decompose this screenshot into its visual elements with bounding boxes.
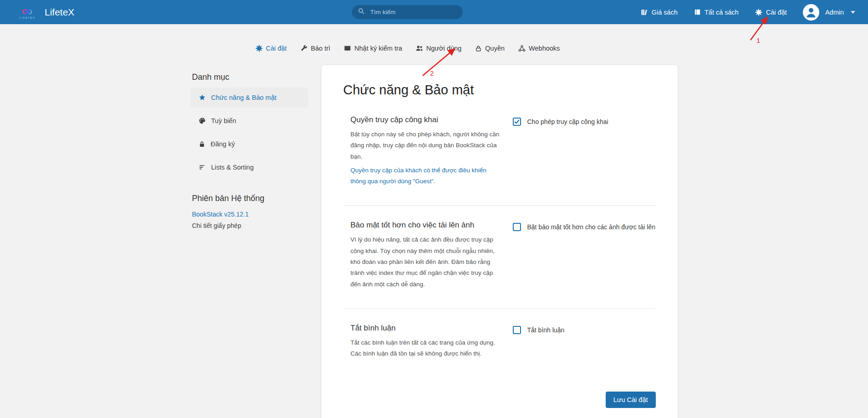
settings-section: Bảo mật tốt hơn cho việc tải lên ảnhVì l…: [343, 206, 656, 308]
system-version-heading: Phiên bản Hệ thống: [192, 194, 308, 203]
page: ∞ LIFETEX LifeteX Giá sáchTất cả sáchCài…: [0, 0, 868, 418]
tab-label: Bảo trì: [311, 44, 331, 52]
sidebar-item-features-security[interactable]: Chức năng & Bảo mật: [191, 88, 308, 108]
page-title: Chức năng & Bảo mật: [343, 83, 656, 98]
settings-section: Quyền truy cập công khaiBật tùy chọn này…: [343, 100, 656, 206]
app-logo[interactable]: ∞ LIFETEX: [17, 5, 37, 19]
search-icon: [358, 8, 365, 16]
sidebar-item-registration[interactable]: Đăng ký: [191, 134, 308, 154]
checkbox-label: Bật bảo mật tốt hơn cho các ảnh được tải…: [527, 223, 655, 231]
gear-icon: [255, 45, 263, 52]
tab-maintenance[interactable]: Bảo trì: [301, 44, 331, 52]
sidebar-item-label: Tuỳ biến: [211, 117, 236, 125]
content-area: Danh mục Chức năng & Bảo mậtTuỳ biếnĐăng…: [191, 65, 678, 418]
section-text: Bảo mật tốt hơn cho việc tải lên ảnhVì l…: [351, 221, 501, 289]
section-description: Tắt các bình luận trên tất cả các trang …: [351, 337, 501, 360]
settings-sidebar: Danh mục Chức năng & Bảo mậtTuỳ biếnĐăng…: [191, 65, 308, 229]
section-description: Bật tùy chọn này sẽ cho phép khách, ngườ…: [351, 129, 501, 162]
logo-area[interactable]: ∞ LIFETEX LifeteX: [17, 0, 74, 24]
nav-item-label: Tất cả sách: [705, 9, 739, 16]
sidebar-heading: Danh mục: [192, 72, 308, 82]
nav-item-label: Cài đặt: [766, 9, 787, 16]
tab-settings[interactable]: Cài đặt: [255, 44, 287, 52]
tab-label: Quyền: [485, 44, 505, 52]
webhook-icon: [518, 45, 526, 52]
users-icon: [416, 45, 423, 52]
tab-label: Người dùng: [426, 44, 461, 52]
user-name: Admin: [825, 9, 844, 16]
license-details-link[interactable]: Chi tiết giấy phép: [192, 222, 308, 229]
section-description: Vì lý do hiệu năng, tất cả các ảnh đều đ…: [351, 234, 501, 289]
app-header: ∞ LIFETEX LifeteX Giá sáchTất cả sáchCài…: [0, 0, 868, 24]
search-input[interactable]: [369, 8, 457, 16]
logo-caption: LIFETEX: [20, 16, 36, 19]
section-help-link[interactable]: Quyền truy cập của khách có thể được điề…: [351, 165, 501, 187]
sidebar-item-label: Chức năng & Bảo mật: [211, 93, 277, 102]
user-menu[interactable]: Admin: [797, 0, 858, 24]
star-icon: [199, 94, 206, 101]
checkbox-checked[interactable]: [513, 118, 521, 126]
sidebar-items: Chức năng & Bảo mậtTuỳ biếnĐăng kýLists …: [191, 88, 308, 177]
lock-outline-icon: [475, 45, 482, 52]
header-search[interactable]: [352, 5, 463, 19]
sidebar-item-customization[interactable]: Tuỳ biến: [191, 111, 308, 131]
header-nav: Giá sáchTất cả sáchCài đặtAdmin: [634, 0, 858, 24]
gear-icon: [755, 9, 762, 16]
tab-roles[interactable]: Quyền: [475, 44, 505, 52]
tab-label: Nhật ký kiểm tra: [354, 44, 402, 52]
checkbox-row[interactable]: Cho phép truy cập công khai: [513, 115, 648, 126]
tab-label: Cài đặt: [266, 44, 287, 52]
checkbox-row[interactable]: Bật bảo mật tốt hơn cho các ảnh được tải…: [513, 221, 655, 231]
lock-filled-icon: [199, 141, 205, 148]
sidebar-item-lists-sorting[interactable]: Lists & Sorting: [191, 157, 308, 177]
tab-users[interactable]: Người dùng: [416, 44, 461, 52]
settings-card: Chức năng & Bảo mật Quyền truy cập công …: [322, 65, 678, 418]
section-text: Tắt bình luậnTắt các bình luận trên tất …: [351, 324, 501, 360]
sidebar-item-label: Lists & Sorting: [211, 163, 254, 171]
wrench-icon: [301, 45, 308, 52]
caret-down-icon: [851, 11, 855, 14]
tab-label: Webhooks: [529, 44, 560, 52]
settings-sections: Quyền truy cập công khaiBật tùy chọn này…: [343, 100, 656, 378]
tab-webhooks[interactable]: Webhooks: [518, 44, 560, 52]
audit-log-icon: [344, 45, 351, 52]
infinity-logo-icon: ∞: [22, 5, 33, 17]
book-icon: [694, 9, 701, 15]
section-heading: Bảo mật tốt hơn cho việc tải lên ảnh: [351, 221, 501, 230]
button-row: Lưu Cài đặt: [343, 378, 656, 408]
settings-section: Tắt bình luậnTắt các bình luận trên tất …: [343, 309, 656, 378]
save-settings-button[interactable]: Lưu Cài đặt: [606, 392, 656, 408]
tab-audit-log[interactable]: Nhật ký kiểm tra: [344, 44, 402, 52]
sidebar-item-label: Đăng ký: [211, 140, 235, 148]
settings-tabs: Cài đặtBảo trìNhật ký kiểm traNgười dùng…: [0, 24, 842, 52]
bookshelf-icon: [641, 9, 648, 16]
nav-item-books[interactable]: Tất cả sách: [687, 5, 745, 20]
checkbox-row[interactable]: Tắt bình luận: [513, 324, 648, 334]
nav-item-label: Giá sách: [652, 9, 678, 16]
app-name: LifeteX: [45, 7, 74, 18]
nav-item-bookshelves[interactable]: Giá sách: [634, 5, 684, 20]
sort-lines-icon: [199, 164, 206, 171]
checkbox-unchecked[interactable]: [513, 223, 521, 231]
nav-item-settings[interactable]: Cài đặt: [748, 5, 794, 20]
checkbox-label: Tắt bình luận: [527, 326, 565, 334]
section-heading: Tắt bình luận: [351, 324, 501, 333]
bookstack-version-link[interactable]: BookStack v25.12.1: [192, 211, 308, 218]
section-text: Quyền truy cập công khaiBật tùy chọn này…: [351, 115, 501, 187]
avatar[interactable]: [803, 4, 819, 21]
palette-icon: [199, 117, 206, 124]
checkbox-unchecked[interactable]: [513, 326, 521, 334]
section-heading: Quyền truy cập công khai: [351, 115, 501, 124]
checkbox-label: Cho phép truy cập công khai: [527, 118, 608, 125]
